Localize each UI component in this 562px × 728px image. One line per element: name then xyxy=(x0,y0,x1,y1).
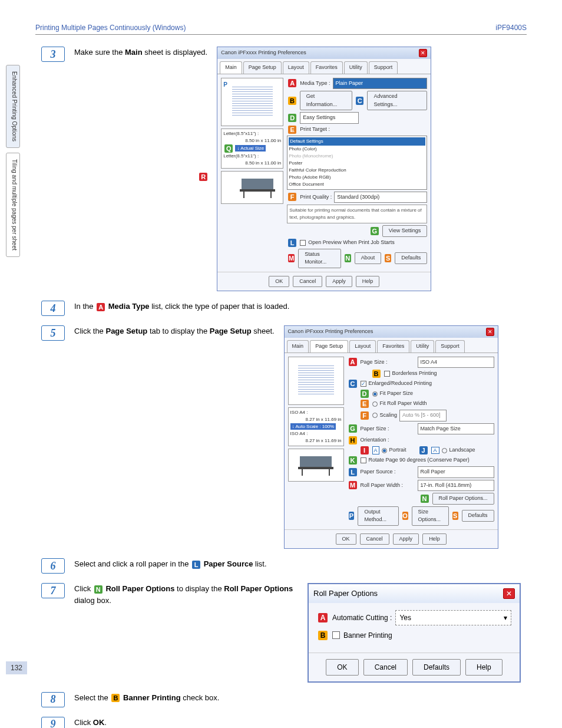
dialog-title: Roll Paper Options ✕ xyxy=(309,584,520,603)
side-tabs: Enhanced Printing Options Tiling and mul… xyxy=(6,65,20,257)
close-icon[interactable]: ✕ xyxy=(419,49,427,57)
svg-rect-0 xyxy=(242,179,273,189)
step-6-num: 6 xyxy=(41,558,65,574)
side-tab-1[interactable]: Enhanced Printing Options xyxy=(6,65,20,148)
cancel-button[interactable]: Cancel xyxy=(363,659,408,676)
print-quality-select[interactable]: Standard (300dpi) xyxy=(334,192,427,203)
scaling-radio[interactable] xyxy=(372,413,378,418)
dialog-titlebar: Canon iPFxxxx Printing Preferences ✕ xyxy=(217,47,431,59)
step-7-num: 7 xyxy=(41,583,65,598)
borderless-checkbox[interactable] xyxy=(384,371,390,377)
media-type-select[interactable]: Plain Paper xyxy=(333,78,428,90)
defaults-button[interactable]: Defaults xyxy=(462,510,494,522)
step-8-num: 8 xyxy=(41,692,65,707)
rotate-checkbox[interactable] xyxy=(361,457,366,463)
help-button[interactable]: Help xyxy=(356,276,380,288)
defaults-button[interactable]: Defaults xyxy=(412,659,461,676)
fit-paper-radio[interactable] xyxy=(372,391,378,397)
banner-printing-label: Banner Printing xyxy=(343,630,392,641)
chevron-down-icon: ▾ xyxy=(504,612,507,623)
defaults-button[interactable]: Defaults xyxy=(395,252,427,264)
step-6: 6 Select and click a roll paper in the L… xyxy=(41,558,527,574)
banner-printing-checkbox[interactable] xyxy=(332,631,340,639)
tab-utility[interactable]: Utility xyxy=(411,340,434,353)
page-preview xyxy=(288,357,344,405)
quality-desc: Suitable for printing normal documents t… xyxy=(287,205,427,223)
page-header: Printing Multiple Pages Continuously (Wi… xyxy=(35,24,527,35)
portrait-radio[interactable] xyxy=(382,448,387,453)
paper-source-select[interactable]: Roll Paper xyxy=(418,466,494,478)
step-9: 9 Click OK. xyxy=(41,717,527,729)
tab-favorites[interactable]: Favorites xyxy=(377,340,409,353)
view-settings-button[interactable]: View Settings xyxy=(382,225,427,237)
roll-paper-options-button[interactable]: Roll Paper Options... xyxy=(432,493,494,505)
step-3-text: Make sure the Main sheet is displayed. xyxy=(74,47,207,58)
roll-width-select[interactable]: 17-in. Roll (431.8mm) xyxy=(418,480,494,492)
step-8: 8 Select the B Banner Printing check box… xyxy=(41,692,527,707)
printer-image xyxy=(288,449,344,482)
ok-button[interactable]: OK xyxy=(326,659,358,676)
cancel-button[interactable]: Cancel xyxy=(293,276,322,288)
output-method-button[interactable]: Output Method... xyxy=(358,506,398,526)
close-icon[interactable]: ✕ xyxy=(503,588,515,599)
step-4-num: 4 xyxy=(41,301,65,316)
help-button[interactable]: Help xyxy=(422,533,447,545)
easy-settings-select[interactable]: Easy Settings xyxy=(300,112,359,124)
svg-rect-4 xyxy=(300,456,332,467)
size-readout-2: ISO A4 :8.27 in x 11.69 in ↓ Auto Scale … xyxy=(288,407,344,446)
size-readout-1: Letter(8.5"x11") : 8.50 in x 11.00 in Q … xyxy=(221,129,283,169)
landscape-radio[interactable] xyxy=(442,448,447,453)
step-3: 3 Make sure the Main sheet is displayed.… xyxy=(41,47,527,291)
page-size-select[interactable]: ISO A4 xyxy=(418,357,494,368)
paper-size-select[interactable]: Match Page Size xyxy=(418,423,494,435)
step-5: 5 Click the Page Setup tab to display th… xyxy=(41,325,527,549)
step-7: 7 Click N Roll Paper Options to display … xyxy=(41,583,527,683)
roll-paper-options-dialog: Roll Paper Options ✕ A Automatic Cutting… xyxy=(308,583,521,683)
tab-favorites[interactable]: Favorites xyxy=(310,61,343,74)
dialog-tabs: Main Page Setup Layout Favorites Utility… xyxy=(217,59,431,74)
status-monitor-button[interactable]: Status Monitor... xyxy=(298,249,341,268)
printer-image: R xyxy=(221,171,283,204)
tab-layout[interactable]: Layout xyxy=(349,340,376,353)
print-target-list[interactable]: Default Settings Photo (Color) Photo (Mo… xyxy=(287,136,427,190)
help-button[interactable]: Help xyxy=(465,659,503,676)
main-sheet-dialog: Canon iPFxxxx Printing Preferences ✕ Mai… xyxy=(217,47,431,291)
page-number: 132 xyxy=(6,661,27,674)
fit-roll-radio[interactable] xyxy=(372,401,378,407)
tab-main[interactable]: Main xyxy=(220,61,242,74)
step-9-num: 9 xyxy=(41,717,65,729)
about-button[interactable]: About xyxy=(355,252,382,264)
enlarge-checkbox[interactable] xyxy=(361,381,366,387)
tab-utility[interactable]: Utility xyxy=(344,61,368,74)
step-3-num: 3 xyxy=(41,47,65,62)
header-section: Printing Multiple Pages Continuously (Wi… xyxy=(35,24,186,32)
tab-page-setup[interactable]: Page Setup xyxy=(243,61,282,74)
svg-rect-5 xyxy=(298,467,333,469)
get-information-button[interactable]: Get Information... xyxy=(300,91,352,110)
ok-button[interactable]: OK xyxy=(269,276,289,288)
close-icon[interactable]: ✕ xyxy=(486,328,494,336)
step-7-text: Click N Roll Paper Options to display th… xyxy=(74,583,298,606)
apply-button[interactable]: Apply xyxy=(326,276,352,288)
step-5-num: 5 xyxy=(41,325,65,341)
apply-button[interactable]: Apply xyxy=(393,533,419,545)
tab-layout[interactable]: Layout xyxy=(283,61,309,74)
page-preview: P xyxy=(221,78,283,126)
svg-rect-1 xyxy=(240,189,275,192)
ok-button[interactable]: OK xyxy=(336,533,356,545)
tab-main[interactable]: Main xyxy=(287,340,309,353)
auto-cutting-select[interactable]: Yes▾ xyxy=(395,610,511,625)
tab-support[interactable]: Support xyxy=(435,340,465,353)
open-preview-checkbox[interactable] xyxy=(300,240,306,246)
page-setup-dialog: Canon iPFxxxx Printing Preferences✕ Main… xyxy=(284,325,498,549)
step-5-text: Click the Page Setup tab to display the … xyxy=(74,325,275,337)
auto-cutting-label: Automatic Cutting : xyxy=(332,612,392,623)
size-options-button[interactable]: Size Options... xyxy=(412,506,449,526)
tab-support[interactable]: Support xyxy=(369,61,398,74)
tab-page-setup[interactable]: Page Setup xyxy=(310,340,348,353)
header-model: iPF9400S xyxy=(495,24,527,32)
cancel-button[interactable]: Cancel xyxy=(360,533,389,545)
step-4: 4 In the A Media Type list, click the ty… xyxy=(41,301,527,316)
side-tab-2[interactable]: Tiling and multiple pages per sheet xyxy=(6,153,20,257)
advanced-settings-button[interactable]: Advanced Settings... xyxy=(367,91,427,110)
